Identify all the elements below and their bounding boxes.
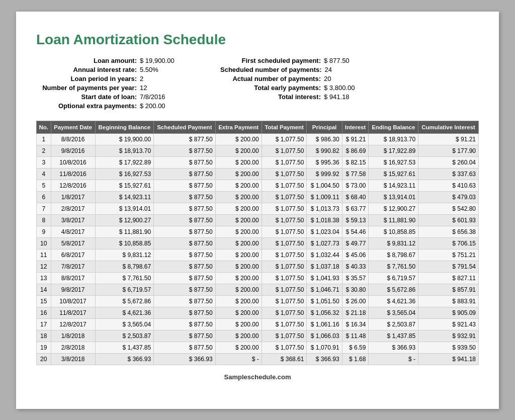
- summary-label: Number of payments per year:: [36, 84, 137, 92]
- summary-label: Loan period in years:: [36, 75, 137, 82]
- table-cell: 3/8/2018: [51, 353, 95, 365]
- table-row: 411/8/2016$ 16,927.53$ 877.50$ 200.00$ 1…: [37, 168, 479, 180]
- table-cell: $ 877.50: [154, 203, 215, 214]
- column-header: Interest: [342, 121, 369, 133]
- table-cell: $ 877.50: [154, 156, 215, 168]
- table-cell: $ 91.21: [418, 133, 479, 145]
- table-cell: $ 1,437.85: [95, 342, 154, 353]
- table-row: 29/8/2016$ 18,913.70$ 877.50$ 200.00$ 1,…: [37, 145, 479, 156]
- table-cell: $ 200.00: [215, 272, 262, 284]
- table-cell: 5/8/2017: [51, 237, 95, 249]
- table-cell: $ 200.00: [215, 156, 262, 168]
- table-cell: 8: [37, 214, 51, 226]
- summary-row: Start date of loan:7/8/2016: [36, 93, 190, 101]
- table-cell: $ 877.50: [154, 249, 215, 261]
- table-cell: $ 366.93: [154, 353, 215, 365]
- table-row: 149/8/2017$ 6,719.57$ 877.50$ 200.00$ 1,…: [37, 284, 479, 295]
- table-cell: $ 11,881.90: [95, 226, 154, 237]
- column-header: Total Payment: [262, 121, 307, 133]
- table-row: 512/8/2016$ 15,927.61$ 877.50$ 200.00$ 1…: [37, 180, 479, 191]
- table-cell: $ 1,077.50: [262, 226, 307, 237]
- table-cell: $ 1,066.03: [307, 330, 342, 342]
- table-cell: $ 1,051.50: [307, 295, 342, 307]
- table-cell: 9/8/2017: [51, 284, 95, 295]
- table-cell: 1: [37, 133, 51, 145]
- summary-value: $ 19,900.00: [140, 57, 190, 64]
- table-cell: $ 656.38: [418, 226, 479, 237]
- table-cell: $ 200.00: [215, 330, 262, 342]
- table-cell: $ 986.30: [307, 133, 342, 145]
- summary-value: 24: [325, 66, 375, 73]
- summary-row: Loan amount:$ 19,900.00: [36, 57, 190, 64]
- table-cell: $ 1,077.50: [262, 295, 307, 307]
- table-row: 127/8/2017$ 8,798.67$ 877.50$ 200.00$ 1,…: [37, 261, 479, 272]
- table-cell: $ 1,077.50: [262, 214, 307, 226]
- table-cell: $ 706.15: [418, 237, 479, 249]
- table-cell: $ 16.34: [342, 318, 369, 330]
- table-cell: $ 9,831.12: [95, 249, 154, 261]
- table-cell: $ 86.69: [342, 145, 369, 156]
- table-cell: 11: [37, 249, 51, 261]
- table-cell: $ 1,056.32: [307, 307, 342, 318]
- table-cell: $ 91.21: [342, 133, 369, 145]
- table-cell: $ 990.82: [307, 145, 342, 156]
- table-cell: $ 3,565.04: [369, 307, 418, 318]
- table-cell: $ 479.03: [418, 191, 479, 203]
- table-cell: 10: [37, 237, 51, 249]
- summary-value: $ 877.50: [324, 57, 374, 64]
- table-cell: $ 13,914.01: [95, 203, 154, 214]
- table-cell: $ 601.93: [418, 214, 479, 226]
- table-cell: $ 751.21: [418, 249, 479, 261]
- table-cell: 10/8/2017: [51, 295, 95, 307]
- table-cell: $ 17,922.89: [95, 156, 154, 168]
- column-header: Cumulative Interest: [418, 121, 479, 133]
- table-cell: $ 1,077.50: [262, 145, 307, 156]
- summary-right: First scheduled payment:$ 877.50Schedule…: [220, 57, 375, 110]
- table-cell: $ 16,927.53: [369, 156, 418, 168]
- column-header: Beginning Balance: [95, 121, 154, 133]
- table-cell: 2: [37, 145, 51, 156]
- summary-row: Total early payments:$ 3,800.00: [220, 84, 375, 92]
- table-cell: $ 791.54: [418, 261, 479, 272]
- table-cell: 13: [37, 272, 51, 284]
- table-row: 72/8/2017$ 13,914.01$ 877.50$ 200.00$ 1,…: [37, 203, 479, 214]
- table-cell: $ 368.61: [262, 353, 307, 365]
- summary-label: Actual number of payments:: [220, 75, 321, 82]
- summary-value: $ 3,800.00: [324, 84, 374, 92]
- table-cell: 17: [37, 318, 51, 330]
- table-cell: $ 8,798.67: [369, 249, 418, 261]
- table-cell: 10/8/2016: [51, 156, 95, 168]
- table-cell: $ 6,719.57: [95, 284, 154, 295]
- table-cell: $ 26.00: [342, 295, 369, 307]
- table-cell: $ 2,503.87: [369, 318, 418, 330]
- table-cell: $ 1,032.44: [307, 249, 342, 261]
- table-cell: 1/8/2018: [51, 330, 95, 342]
- summary-label: Annual interest rate:: [36, 66, 137, 73]
- table-row: 310/8/2016$ 17,922.89$ 877.50$ 200.00$ 1…: [37, 156, 479, 168]
- table-cell: $ 5,672.86: [95, 295, 154, 307]
- summary-value: 7/8/2016: [140, 93, 190, 101]
- table-cell: $ 1,077.50: [262, 261, 307, 272]
- summary-row: Optional extra payments:$ 200.00: [36, 102, 190, 110]
- summary-label: Total interest:: [220, 93, 321, 101]
- summary-row: Annual interest rate:5.50%: [36, 66, 190, 73]
- table-row: 138/8/2017$ 7,761.50$ 877.50$ 200.00$ 1,…: [37, 272, 479, 284]
- table-cell: $ 877.50: [154, 180, 215, 191]
- table-cell: $ 12,900.27: [95, 214, 154, 226]
- summary-value: 5.50%: [140, 66, 190, 73]
- table-cell: 6/8/2017: [51, 249, 95, 261]
- column-header: Extra Payment: [215, 121, 262, 133]
- table-cell: $ 1,437.85: [369, 330, 418, 342]
- table-cell: 2/8/2017: [51, 203, 95, 214]
- table-cell: $ 939.50: [418, 342, 479, 353]
- table-cell: 16: [37, 307, 51, 318]
- table-cell: 4: [37, 168, 51, 180]
- table-cell: $ 200.00: [215, 133, 262, 145]
- amortization-table: No.Payment DateBeginning BalanceSchedule…: [36, 121, 479, 365]
- table-cell: $ 1,077.50: [262, 191, 307, 203]
- table-cell: $ 10,858.85: [369, 226, 418, 237]
- table-cell: $ 4,621.36: [369, 295, 418, 307]
- table-cell: $ 827.11: [418, 272, 479, 284]
- table-cell: $ 1,018.38: [307, 214, 342, 226]
- table-cell: $ 260.04: [418, 156, 479, 168]
